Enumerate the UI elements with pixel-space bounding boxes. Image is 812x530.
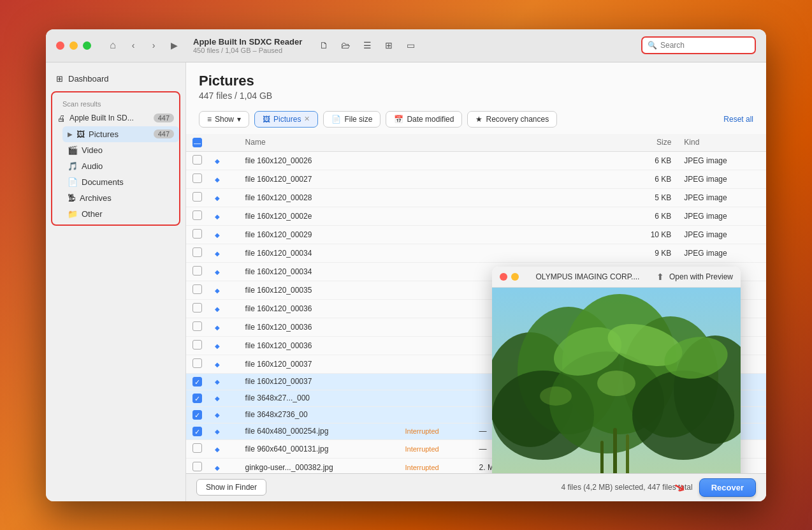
row-checkbox-cell[interactable] — [186, 355, 208, 373]
file-size-filter-button[interactable]: 📄 File size — [323, 111, 381, 128]
sidebar-item-other[interactable]: 📁 Other — [62, 206, 179, 222]
row-checkbox-cell[interactable] — [186, 281, 208, 299]
date-header[interactable] — [473, 134, 620, 152]
row-name-cell[interactable]: file 160x120_00036 — [239, 336, 399, 355]
recover-button[interactable]: Recover — [699, 478, 756, 497]
row-checkbox-cell[interactable] — [186, 458, 208, 473]
sidebar-item-dashboard[interactable]: ⊞ Dashboard — [46, 70, 185, 87]
row-checkbox-cell[interactable] — [186, 318, 208, 336]
recovery-header[interactable] — [398, 134, 472, 152]
close-pictures-filter-icon[interactable]: ✕ — [304, 115, 310, 123]
row-checkbox[interactable] — [192, 247, 202, 257]
date-modified-filter-button[interactable]: 📅 Date modified — [386, 111, 462, 128]
row-checkbox[interactable] — [192, 321, 202, 331]
split-view-button[interactable]: ▭ — [402, 36, 419, 54]
row-checkbox-cell[interactable]: ✓ — [186, 373, 208, 390]
row-name-cell[interactable]: file 160x120_00036 — [239, 318, 399, 336]
row-name-cell[interactable]: file 3648x2736_00 — [239, 406, 399, 423]
row-checkbox[interactable] — [192, 229, 202, 239]
row-name-cell[interactable]: file 160x120_00034 — [239, 262, 399, 281]
row-checkbox-cell[interactable]: ✓ — [186, 406, 208, 423]
row-checkbox[interactable] — [192, 173, 202, 183]
row-checkbox-cell[interactable] — [186, 336, 208, 355]
row-name-cell[interactable]: ginkgo-user..._000382.jpg — [239, 458, 399, 473]
row-checkbox[interactable] — [192, 340, 202, 350]
sidebar-item-video[interactable]: 🎬 Video — [62, 142, 179, 158]
preview-close-button[interactable] — [500, 273, 507, 281]
select-all-header[interactable]: — — [186, 134, 208, 152]
back-button[interactable]: ‹ — [124, 36, 142, 54]
row-name-cell[interactable]: file 160x120_00037 — [239, 355, 399, 373]
sidebar-item-documents[interactable]: 📄 Documents — [62, 174, 179, 190]
row-checkbox[interactable]: ✓ — [192, 410, 202, 420]
list-view-button[interactable]: ☰ — [358, 36, 376, 54]
sidebar-item-pictures[interactable]: ▶ 🖼 Pictures 447 — [62, 126, 179, 142]
row-checkbox[interactable] — [192, 266, 202, 276]
row-checkbox-cell[interactable]: ✓ — [186, 423, 208, 439]
row-checkbox-cell[interactable] — [186, 170, 208, 188]
row-name-cell[interactable]: file 960x640_000131.jpg — [239, 439, 399, 458]
search-box[interactable]: 🔍 — [641, 36, 756, 54]
footer: Show in Finder 4 files (4,2 MB) selected… — [186, 473, 766, 501]
kind-header[interactable]: Kind — [678, 134, 766, 152]
sidebar-item-audio[interactable]: 🎵 Audio — [62, 158, 179, 174]
row-checkbox-cell[interactable] — [186, 151, 208, 170]
filter-icon: ≡ — [207, 115, 212, 124]
folder-icon-button[interactable]: 🗁 — [337, 36, 354, 54]
reset-all-button[interactable]: Reset all — [723, 115, 753, 124]
row-checkbox-cell[interactable] — [186, 262, 208, 281]
select-all-checkbox[interactable]: — — [192, 138, 202, 147]
row-checkbox[interactable] — [192, 155, 202, 165]
row-checkbox[interactable] — [192, 192, 202, 202]
close-button[interactable] — [56, 41, 64, 50]
row-name-cell[interactable]: file 160x120_00035 — [239, 281, 399, 299]
show-in-finder-button[interactable]: Show in Finder — [196, 479, 266, 496]
sidebar-device-row[interactable]: 🖨 Apple Built In SD... 447 — [52, 110, 179, 126]
row-checkbox-cell[interactable] — [186, 225, 208, 244]
row-pin-cell: ◆ — [208, 299, 239, 318]
row-name-cell[interactable]: file 160x120_00029 — [239, 225, 399, 244]
row-name-cell[interactable]: file 160x120_00036 — [239, 299, 399, 318]
preview-share-button[interactable]: ⬆ — [656, 272, 664, 282]
row-checkbox[interactable]: ✓ — [192, 394, 202, 403]
sidebar-item-archives[interactable]: 🗜 Archives — [62, 190, 179, 206]
content-inner: — Name Size Kind — [186, 134, 766, 473]
row-checkbox-cell[interactable] — [186, 188, 208, 207]
search-input[interactable] — [660, 41, 750, 50]
row-checkbox[interactable] — [192, 443, 202, 453]
show-filter-button[interactable]: ≡ Show ▾ — [199, 111, 249, 128]
home-button[interactable]: ⌂ — [104, 36, 122, 54]
row-name-cell[interactable]: file 160x120_00034 — [239, 244, 399, 262]
row-checkbox[interactable]: ✓ — [192, 377, 202, 386]
forward-button[interactable]: › — [145, 36, 163, 54]
row-name-cell[interactable]: file 160x120_00028 — [239, 188, 399, 207]
row-checkbox[interactable] — [192, 358, 202, 368]
row-checkbox-cell[interactable] — [186, 207, 208, 225]
row-name-cell[interactable]: file 3648x27..._000 — [239, 390, 399, 406]
pictures-filter-button[interactable]: 🖼 Pictures ✕ — [254, 111, 318, 128]
file-icon-button[interactable]: 🗋 — [315, 36, 333, 54]
row-name-cell[interactable]: file 160x120_00027 — [239, 170, 399, 188]
maximize-button[interactable] — [83, 41, 91, 50]
minimize-button[interactable] — [69, 41, 78, 50]
grid-view-button[interactable]: ⊞ — [380, 36, 398, 54]
row-checkbox-cell[interactable] — [186, 244, 208, 262]
size-header[interactable]: Size — [619, 134, 678, 152]
row-checkbox[interactable] — [192, 210, 202, 220]
row-name-cell[interactable]: file 160x120_00037 — [239, 373, 399, 390]
row-checkbox-cell[interactable]: ✓ — [186, 390, 208, 406]
row-checkbox[interactable] — [192, 303, 202, 313]
preview-min-button[interactable] — [511, 273, 519, 281]
row-name-cell[interactable]: file 160x120_00026 — [239, 151, 399, 170]
row-checkbox-cell[interactable] — [186, 299, 208, 318]
row-name-cell[interactable]: file 640x480_000254.jpg — [239, 423, 399, 439]
preview-open-with-button[interactable]: Open with Preview — [669, 272, 733, 281]
row-checkbox-cell[interactable] — [186, 439, 208, 458]
row-checkbox[interactable] — [192, 462, 202, 471]
play-button[interactable]: ▶ — [165, 36, 183, 54]
name-header[interactable]: Name — [239, 134, 399, 152]
recovery-chances-filter-button[interactable]: ★ Recovery chances — [467, 111, 557, 128]
row-name-cell[interactable]: file 160x120_0002e — [239, 207, 399, 225]
row-checkbox[interactable]: ✓ — [192, 427, 202, 436]
row-checkbox[interactable] — [192, 284, 202, 294]
